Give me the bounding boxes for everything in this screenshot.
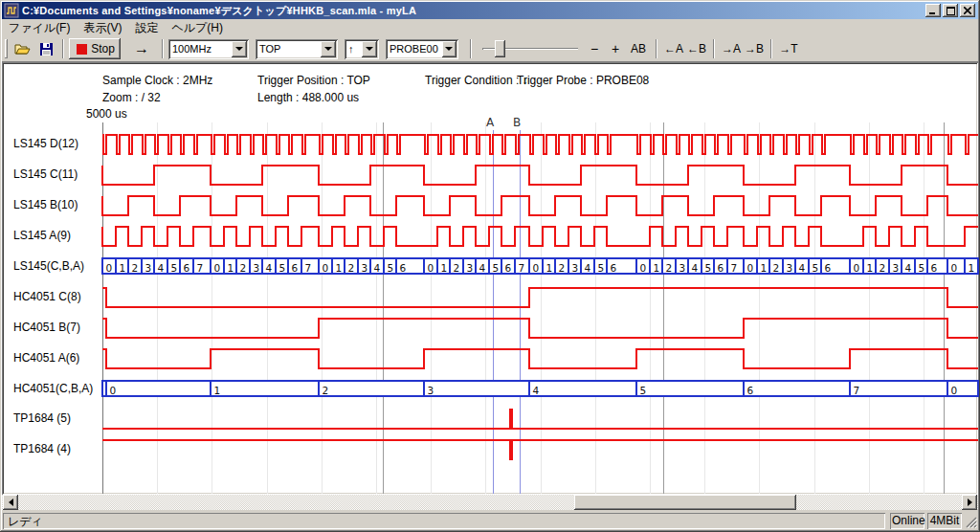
trigger-probe-combo[interactable]: PROBE00 — [386, 39, 458, 59]
channel-label: TP1684 (4) — [13, 442, 71, 455]
maximize-button[interactable] — [943, 4, 958, 17]
zoom-out-button[interactable]: − — [584, 38, 605, 59]
toolbar-separator — [470, 39, 472, 58]
scroll-right-button[interactable] — [962, 495, 977, 510]
status-ready: レディ — [3, 513, 885, 529]
zoom-in-button[interactable]: + — [605, 38, 626, 59]
channel-label: HC4051(C,B,A) — [13, 382, 93, 395]
channel-label: LS145 D(12) — [13, 137, 78, 150]
run-arrow-icon: → — [134, 42, 149, 55]
chevron-down-icon[interactable] — [321, 41, 336, 57]
single-run-button[interactable]: → — [126, 38, 157, 59]
status-memory: 4MBit — [927, 513, 962, 529]
triangle-left-icon — [5, 499, 13, 506]
sample-clock-value: 100MHz — [168, 43, 230, 55]
menu-help[interactable]: ヘルプ(H) — [165, 19, 230, 37]
stop-icon — [77, 44, 87, 55]
menu-file[interactable]: ファイル(F) — [2, 19, 77, 37]
app-icon — [4, 3, 19, 18]
channel-label: LS145(C,B,A) — [13, 259, 84, 273]
stop-button[interactable]: Stop — [69, 38, 121, 59]
horizontal-scrollbar[interactable] — [2, 495, 978, 510]
trigger-probe-value: PROBE00 — [386, 43, 440, 55]
goto-trigger-button[interactable]: →T — [777, 38, 800, 59]
toolbar-separator — [62, 39, 64, 58]
channel-label: HC4051 A(6) — [13, 351, 79, 365]
triangle-right-icon — [968, 499, 976, 506]
toolbar-separator — [162, 39, 164, 58]
zoom-ab-button[interactable]: AB — [626, 38, 651, 59]
info-zoom: Zoom : / 32 — [102, 91, 161, 104]
toolbar-separator — [656, 39, 657, 58]
chevron-down-icon[interactable] — [442, 41, 457, 57]
goto-marker-a-button[interactable]: ←A — [662, 38, 685, 59]
channel-label: TP1684 (5) — [13, 411, 71, 425]
menu-settings[interactable]: 設定 — [128, 19, 165, 37]
info-trigger-condition: Trigger Condition : ↓ — [425, 74, 528, 87]
channel-label: HC4051 B(7) — [13, 321, 80, 334]
info-length: Length : 488.000 us — [257, 91, 359, 104]
app-window: C:¥Documents and Settings¥noname¥デスクトップ¥… — [0, 0, 980, 532]
waveform-panel[interactable] — [2, 62, 978, 495]
chevron-down-icon[interactable] — [232, 41, 247, 57]
zoom-slider[interactable] — [482, 39, 578, 58]
scroll-left-button[interactable] — [3, 495, 18, 510]
close-button[interactable] — [960, 4, 975, 17]
resize-grip[interactable] — [964, 515, 977, 528]
stop-label: Stop — [91, 42, 115, 55]
menu-view[interactable]: 表示(V) — [77, 19, 128, 37]
chevron-down-icon[interactable] — [362, 41, 377, 57]
set-marker-a-button[interactable]: →A — [720, 38, 743, 59]
toolbar-separator — [770, 39, 772, 58]
titlebar[interactable]: C:¥Documents and Settings¥noname¥デスクトップ¥… — [2, 2, 978, 19]
channel-label: LS145 B(10) — [13, 198, 78, 211]
trigger-edge-value: ↑ — [345, 43, 360, 55]
statusbar: レディ Online 4MBit — [2, 511, 978, 530]
time-scale-label: 5000 us — [86, 107, 127, 121]
set-marker-b-button[interactable]: →B — [743, 38, 766, 59]
trigger-edge-combo[interactable]: ↑ — [345, 39, 379, 59]
info-sample-clock: Sample Clock : 2MHz — [102, 74, 212, 87]
info-trigger-probe: Trigger Probe : PROBE08 — [517, 74, 649, 87]
trigger-position-combo[interactable]: TOP — [256, 39, 338, 59]
toolbar-separator — [713, 39, 715, 58]
toolbar-grip[interactable] — [5, 39, 8, 58]
minimize-button[interactable] — [925, 4, 941, 17]
goto-marker-b-button[interactable]: ←B — [685, 38, 708, 59]
sample-clock-combo[interactable]: 100MHz — [168, 39, 249, 59]
zoom-slider-thumb[interactable] — [495, 40, 505, 57]
status-online: Online — [890, 513, 924, 529]
open-folder-icon — [14, 42, 32, 55]
channel-label: LS145 C(11) — [13, 167, 78, 181]
save-button[interactable] — [34, 38, 57, 59]
toolbar: Stop → 100MHz TOP ↑ PROBE00 − + AB — [2, 36, 978, 62]
open-button[interactable] — [11, 38, 34, 59]
trigger-position-value: TOP — [256, 43, 319, 55]
window-title: C:¥Documents and Settings¥noname¥デスクトップ¥… — [22, 4, 925, 18]
menubar: ファイル(F) 表示(V) 設定 ヘルプ(H) — [2, 19, 978, 36]
channel-label: LS145 A(9) — [13, 229, 71, 242]
floppy-icon — [39, 42, 54, 56]
info-trigger-position: Trigger Position : TOP — [257, 74, 370, 87]
scrollbar-thumb[interactable] — [574, 495, 796, 510]
channel-label: HC4051 C(8) — [13, 290, 81, 303]
